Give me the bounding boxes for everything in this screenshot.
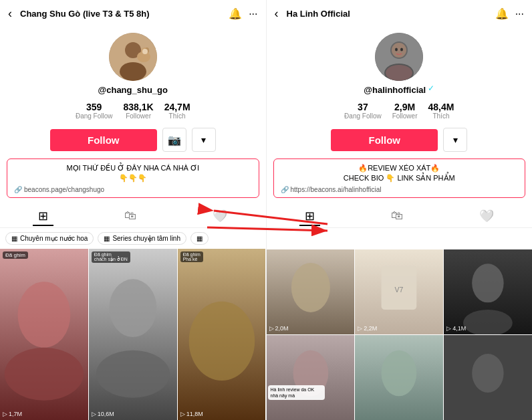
right-bio-link[interactable]: 🔗 https://beacons.ai/halinhofficial [281,186,519,193]
left-video-2-badge: Đã ghimchách sận ở ĐN [92,251,130,263]
left-profile: ‹ Chang Shu Gò (live T3 & T5 8h) 🔔 ··· [0,0,267,420]
left-likes-label: Thích [169,112,186,120]
left-bio-text: MỌI THỨ ĐỀU Ở ĐÂY NHA CÁ NHÀ ƠI👇👇👇 [14,163,252,184]
left-action-row: Follow 📷 ▾ [0,124,266,156]
right-more-icon[interactable]: ··· [515,8,524,20]
svg-point-28 [472,264,503,302]
svg-point-14 [188,302,255,381]
right-profile-title: Ha Linh Official [287,9,490,19]
right-tab-liked[interactable]: 🤍 [474,207,499,226]
left-tabs: ⊞ 🛍 🤍 [0,203,266,228]
left-category-1[interactable]: ▦ Chuyên mục nước hoa [5,232,94,245]
svg-point-20 [395,48,398,51]
left-category-3[interactable]: ▦ [190,232,209,245]
right-following-label: Đang Follow [344,112,382,120]
right-followers-label: Follower [392,112,418,120]
play-icon-r1: ▷ [269,325,274,332]
left-video-3-badge: Đã ghimPha kè [180,251,203,262]
chevron-down-icon: ▾ [201,134,206,145]
left-stat-following: 359 Đang Follow [76,102,113,120]
svg-point-6 [142,49,148,54]
right-video-3[interactable]: ▷ 4,1M [444,249,532,334]
right-header: ‹ Ha Linh Official 🔔 ··· [267,0,533,27]
left-header: ‹ Chang Shu Gò (live T3 & T5 8h) 🔔 ··· [0,0,266,27]
right-video-4[interactable]: Hà linh review da OK nhà nây mà [267,335,355,420]
right-video-2-views: ▷ 2,2M [358,325,377,332]
right-tab-favorites[interactable]: 🛍 [386,207,408,226]
left-avatar [109,33,157,81]
link-icon: 🔗 [14,186,22,193]
left-tab-liked[interactable]: 🤍 [207,207,233,226]
right-avatar-section: @halinhofficial ✓ [267,27,533,98]
right-bio-section: 🔥REVIEW XÉO XÁT🔥CHECK BIO 👇 LINK SẢN PHẨ… [273,159,526,198]
right-avatar [375,33,423,81]
category-icon-3: ▦ [196,235,203,242]
left-stat-likes: 24,7M Thích [164,102,190,120]
right-video-1[interactable]: ▷ 2,0M [267,249,355,334]
right-follow-button[interactable]: Follow [331,129,438,151]
left-followers-count: 838,1K [124,102,154,112]
left-avatar-section: @chang_shu_go [0,27,266,98]
left-video-3[interactable]: Đã ghimPha kè ▷ 11,8M [178,249,266,420]
right-username: @halinhofficial [364,85,426,95]
left-video-2[interactable]: Đã ghimchách sận ở ĐN ▷ 10,6M [89,249,177,420]
left-bio-link[interactable]: 🔗 beacons.page/changshugo [14,186,252,193]
svg-text:V7: V7 [395,285,404,293]
left-stat-followers: 838,1K Follower [124,102,154,120]
svg-point-18 [392,43,406,58]
right-bio-text: 🔥REVIEW XÉO XÁT🔥CHECK BIO 👇 LINK SẢN PHẨ… [281,163,519,184]
left-bio-url: beacons.page/changshugo [24,186,104,193]
left-dropdown-button[interactable]: ▾ [192,128,216,152]
svg-point-11 [109,279,156,337]
play-icon: ▷ [3,411,7,417]
right-stat-likes: 48,4M Thích [428,102,454,120]
right-bell-icon[interactable]: 🔔 [495,7,509,20]
left-followers-label: Follower [126,112,151,120]
right-stat-followers: 2,9M Follower [392,102,418,120]
right-profile: ‹ Ha Linh Official 🔔 ··· [267,0,533,420]
svg-point-35 [472,354,503,393]
left-category-label-2: Series chuyện tâm linh [112,235,180,242]
right-back-button[interactable]: ‹ [275,7,279,21]
left-bell-icon[interactable]: 🔔 [229,7,242,20]
right-video-4-comment: Hà linh review da OK nhà nây mà [268,385,325,400]
play-icon-r3: ▷ [446,325,451,332]
right-video-5[interactable] [355,335,443,420]
right-bio-url: https://beacons.ai/halinhofficial [291,186,382,193]
left-video-1[interactable]: Đã ghim ▷ 1,7M [0,249,88,420]
play-icon-r2: ▷ [358,325,362,332]
play-icon-3: ▷ [180,411,185,417]
left-follow-button[interactable]: Follow [50,129,157,151]
right-action-row: Follow ▾ [267,124,533,156]
right-video-6[interactable] [444,335,532,420]
left-category-2[interactable]: ▦ Series chuyện tâm linh [98,232,186,245]
left-profile-title: Chang Shu Gò (live T3 & T5 8h) [20,9,223,19]
right-dropdown-button[interactable]: ▾ [443,128,467,152]
right-stats: 37 Đang Follow 2,9M Follower 48,4M Thích [267,98,533,124]
right-tabs: ⊞ 🛍 🤍 [267,203,533,228]
left-instagram-button[interactable]: 📷 [162,128,186,152]
right-likes-label: Thích [432,112,449,120]
left-categories: ▦ Chuyên mục nước hoa ▦ Series chuyện tâ… [0,228,266,249]
svg-point-19 [386,65,412,81]
left-more-icon[interactable]: ··· [249,8,257,20]
category-icon-2: ▦ [104,235,110,242]
left-tab-favorites[interactable]: 🛍 [119,207,142,226]
left-stats: 359 Đang Follow 838,1K Follower 24,7M Th… [0,98,266,124]
left-back-button[interactable]: ‹ [8,7,12,21]
left-category-label-1: Chuyên mục nước hoa [20,235,88,242]
right-followers-count: 2,9M [394,102,415,112]
right-video-grid: ▷ 2,0M V7 ▷ 2,2M [267,249,533,420]
right-likes-count: 48,4M [428,102,454,112]
right-tab-videos[interactable]: ⊞ [299,207,320,226]
left-video-3-views: ▷ 11,8M [180,411,203,417]
right-header-icons: 🔔 ··· [495,7,524,20]
right-video-2[interactable]: V7 ▷ 2,2M [355,249,443,334]
left-tab-videos[interactable]: ⊞ [33,207,53,226]
svg-point-33 [382,350,417,397]
verified-badge-icon: ✓ [428,84,434,93]
chevron-down-icon-right: ▾ [453,134,458,145]
svg-point-21 [400,48,403,51]
left-following-label: Đang Follow [76,112,113,120]
left-header-icons: 🔔 ··· [229,7,257,20]
